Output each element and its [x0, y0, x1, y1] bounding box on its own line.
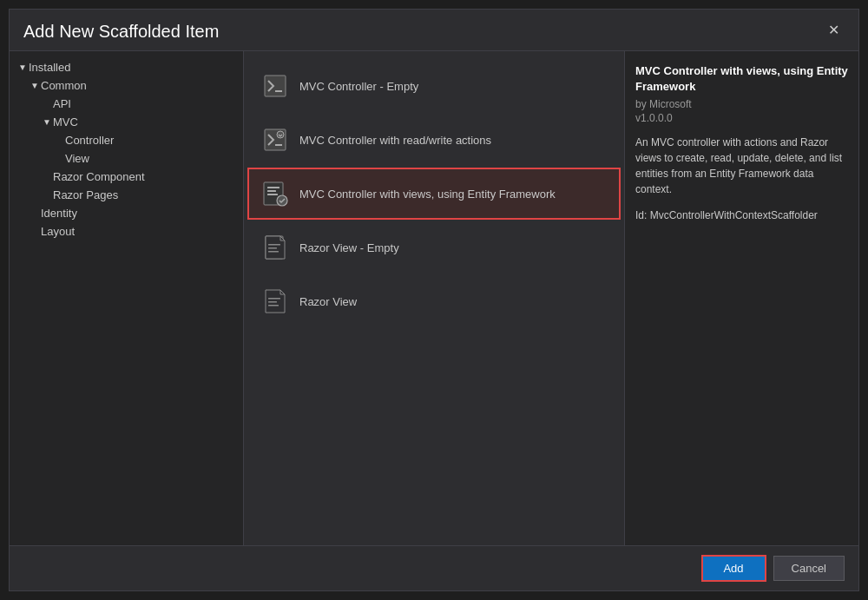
svg-rect-5	[267, 190, 276, 192]
tree-item-layout[interactable]: Layout	[10, 222, 243, 241]
scaffold-icon-mvc-ef	[260, 178, 291, 209]
detail-id: Id: MvcControllerWithContextScaffolder	[635, 209, 848, 221]
layout-label: Layout	[41, 225, 75, 238]
svg-rect-4	[267, 187, 279, 188]
svg-rect-6	[267, 194, 278, 195]
api-label: API	[53, 97, 71, 110]
scaffold-item-mvc-empty[interactable]: MVC Controller - Empty	[247, 60, 621, 112]
dialog: Add New Scaffolded Item ✕ ▼ Installed ▼ …	[9, 9, 859, 591]
scaffold-label-mvc-empty: MVC Controller - Empty	[299, 80, 418, 93]
svg-rect-10	[268, 247, 277, 249]
tree-item-identity[interactable]: Identity	[10, 204, 243, 222]
tree-item-razor-pages[interactable]: Razor Pages	[10, 186, 243, 204]
svg-rect-13	[268, 301, 277, 303]
scaffold-label-razor-view: Razor View	[299, 295, 357, 308]
tree-item-controller[interactable]: Controller	[10, 131, 243, 149]
tree-item-common[interactable]: ▼ Common	[10, 76, 243, 95]
scaffold-label-mvc-readwrite: MVC Controller with read/write actions	[299, 134, 491, 147]
dialog-footer: Add Cancel	[10, 545, 858, 590]
detail-version: v1.0.0.0	[635, 112, 848, 124]
collapse-arrow-installed: ▼	[16, 63, 29, 72]
detail-by: by Microsoft	[635, 98, 848, 110]
scaffold-item-razor-view[interactable]: Razor View	[247, 275, 621, 327]
scaffold-icon-razor-empty	[260, 232, 291, 263]
identity-label: Identity	[41, 207, 77, 220]
dialog-body: ▼ Installed ▼ Common API ▼ MVC Contr	[10, 51, 858, 545]
scaffold-icon-mvc-empty	[260, 70, 291, 102]
view-label: View	[65, 152, 89, 165]
left-panel: ▼ Installed ▼ Common API ▼ MVC Contr	[10, 51, 244, 545]
scaffold-item-mvc-ef[interactable]: MVC Controller with views, using Entity …	[247, 168, 621, 220]
collapse-arrow-common: ▼	[29, 81, 41, 90]
dialog-titlebar: Add New Scaffolded Item ✕	[10, 10, 858, 51]
scaffold-icon-razor-view	[260, 286, 291, 317]
right-panel: MVC Controller with views, using Entity …	[624, 51, 858, 545]
scaffold-label-mvc-ef: MVC Controller with views, using Entity …	[299, 188, 556, 201]
svg-rect-11	[268, 251, 279, 253]
razor-pages-label: Razor Pages	[53, 188, 118, 201]
add-button[interactable]: Add	[701, 555, 766, 582]
tree-item-api[interactable]: API	[10, 95, 243, 113]
middle-panel: MVC Controller - Empty MVC Controller wi…	[244, 51, 624, 545]
scaffold-label-razor-empty: Razor View - Empty	[299, 241, 399, 254]
cancel-button[interactable]: Cancel	[773, 556, 845, 581]
tree-item-razor-component[interactable]: Razor Component	[10, 168, 243, 186]
scaffold-icon-mvc-readwrite	[260, 124, 291, 155]
razor-component-label: Razor Component	[53, 170, 145, 183]
detail-title: MVC Controller with views, using Entity …	[635, 63, 848, 95]
dialog-title: Add New Scaffolded Item	[23, 22, 219, 42]
mvc-label: MVC	[53, 115, 78, 129]
close-button[interactable]: ✕	[823, 22, 845, 39]
tree-item-mvc[interactable]: ▼ MVC	[10, 113, 243, 131]
svg-rect-14	[268, 305, 279, 307]
detail-description: An MVC controller with actions and Razor…	[635, 135, 848, 197]
collapse-arrow-mvc: ▼	[41, 117, 53, 127]
installed-label: Installed	[29, 61, 70, 74]
common-label: Common	[41, 79, 87, 92]
tree-item-installed[interactable]: ▼ Installed	[10, 58, 243, 76]
scaffold-item-razor-empty[interactable]: Razor View - Empty	[247, 221, 621, 274]
tree-item-view[interactable]: View	[10, 149, 243, 168]
svg-rect-9	[268, 244, 280, 246]
svg-rect-0	[265, 76, 286, 96]
scaffold-item-mvc-readwrite[interactable]: MVC Controller with read/write actions	[247, 114, 621, 166]
controller-label: Controller	[65, 134, 114, 147]
svg-rect-12	[268, 298, 280, 300]
